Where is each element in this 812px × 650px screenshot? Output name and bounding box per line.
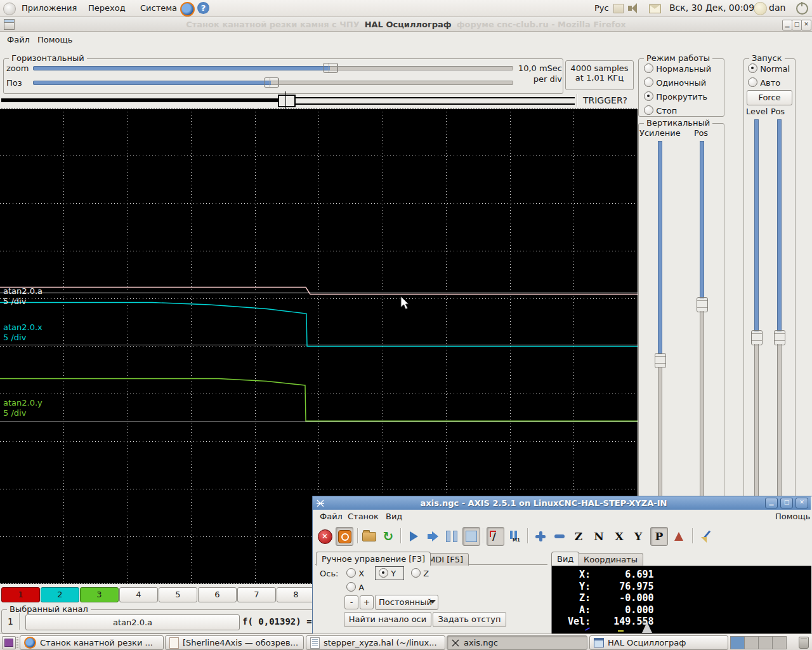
taskbar-item-editor[interactable]: stepper_xyza.hal (~/linux... <box>306 635 445 650</box>
trigger-level-track[interactable] <box>754 119 759 331</box>
view-perspective-button[interactable]: P <box>650 527 668 546</box>
skip-lines-button[interactable]: / <box>487 527 504 546</box>
menu-places[interactable]: Переход <box>84 3 129 14</box>
channel-5-button[interactable]: 5 <box>159 587 197 602</box>
trigger-pos-track[interactable] <box>777 119 782 331</box>
halscope-menu-file[interactable]: Файл <box>3 34 34 46</box>
reload-button[interactable]: ↻ <box>380 527 396 545</box>
rotate-view-button[interactable] <box>671 527 687 545</box>
run-mode-stop[interactable]: Стоп <box>644 105 677 116</box>
home-axis-button[interactable]: Найти начало оси <box>344 612 431 627</box>
menu-applications[interactable]: Приложения <box>18 3 81 14</box>
run-button[interactable] <box>405 527 422 545</box>
gain-slider-track-lower[interactable] <box>658 367 662 497</box>
preview-3d-panel[interactable]: X: 6.691 Y: 76.975 Z: -0.000 A: 0.000 Ve… <box>551 566 811 635</box>
pause-button[interactable] <box>443 527 460 545</box>
axis-radio-a[interactable]: A <box>346 582 364 592</box>
trigger-position-bar[interactable] <box>0 94 638 107</box>
trigger-level-track-lower[interactable] <box>754 344 759 497</box>
axis-menu-help[interactable]: Помощь <box>771 510 812 522</box>
user-name[interactable]: dan <box>769 3 785 13</box>
user-avatar[interactable] <box>754 2 767 15</box>
channel-6-button[interactable]: 6 <box>198 587 237 602</box>
zoom-slider-track[interactable] <box>330 66 513 70</box>
taskbar-item-halscope[interactable]: HAL Осциллограф <box>589 635 728 650</box>
zoom-out-button[interactable] <box>551 527 568 545</box>
axis-radio-y[interactable]: Y <box>379 568 396 578</box>
pos-slider-track-filled[interactable] <box>33 81 272 85</box>
gain-slider-track[interactable] <box>658 141 662 354</box>
taskbar-item-axis[interactable]: axis.ngc <box>447 635 587 650</box>
channel-7-button[interactable]: 7 <box>237 587 276 602</box>
force-trigger-button[interactable]: Force <box>747 90 792 105</box>
vpos-slider-handle[interactable] <box>697 297 708 312</box>
halscope-titlebar[interactable]: Станок канатной резки камня с ЧПУ HAL Ос… <box>0 17 812 32</box>
halscope-menu-help[interactable]: Помощь <box>33 34 77 46</box>
jog-plus-button[interactable]: + <box>360 595 374 609</box>
trigger-marker[interactable] <box>278 95 296 107</box>
axis-menu-machine[interactable]: Станок <box>343 510 383 522</box>
axis-titlebar[interactable]: axis.ngc - AXIS 2.5.1 on LinuxCNC-HAL-ST… <box>313 496 811 510</box>
trigger-auto[interactable]: Авто <box>748 77 780 88</box>
estop-button[interactable]: ✕ <box>317 527 333 545</box>
channel-2-button[interactable]: 2 <box>41 587 79 602</box>
axis-minimize-button[interactable]: ▁ <box>765 498 778 508</box>
view-z-button[interactable]: Z <box>570 527 587 545</box>
selected-channel-name-button[interactable]: atan2.0.a <box>25 614 240 630</box>
help-launcher-icon[interactable]: ? <box>197 2 209 14</box>
run-mode-normal[interactable]: Нормальный <box>644 63 711 74</box>
trash-icon[interactable] <box>799 637 809 649</box>
axis-close-button[interactable]: ✕ <box>796 498 808 508</box>
workspace-4[interactable] <box>773 637 786 649</box>
jog-mode-combobox[interactable]: Постоянный <box>375 595 438 610</box>
jog-minus-button[interactable]: - <box>344 595 358 609</box>
distributor-logo-icon[interactable] <box>3 3 16 15</box>
machine-on-button[interactable] <box>336 527 353 546</box>
halscope-maximize-button[interactable]: □ <box>792 20 802 30</box>
touch-off-button[interactable]: Задать отступ <box>433 612 506 627</box>
trigger-pos-handle[interactable] <box>774 330 785 345</box>
channel-1-button[interactable]: 1 <box>1 587 40 602</box>
view-z2-button[interactable]: N <box>591 527 607 545</box>
gain-slider-handle[interactable] <box>655 353 666 368</box>
run-mode-single[interactable]: Одиночный <box>644 77 706 88</box>
layout-switch-icon[interactable] <box>613 4 624 13</box>
halscope-minimize-button[interactable]: ▁ <box>782 20 792 30</box>
open-file-button[interactable] <box>361 527 377 545</box>
tab-preview[interactable]: Вид <box>551 552 579 566</box>
stop-button[interactable] <box>462 527 480 546</box>
vpos-slider-track[interactable] <box>700 141 704 298</box>
view-y-button[interactable]: Y <box>630 527 646 545</box>
clear-plot-button[interactable] <box>698 527 715 545</box>
taskbar-item-firefox[interactable]: Станок канатной резки ... <box>20 635 164 650</box>
trigger-status-label[interactable]: TRIGGER? <box>579 95 631 105</box>
trigger-normal[interactable]: Normal <box>748 63 790 74</box>
zoom-in-button[interactable] <box>532 527 549 545</box>
channel-3-button[interactable]: 3 <box>80 587 119 602</box>
tab-manual-control[interactable]: Ручное управление [F3] <box>316 552 431 566</box>
firefox-launcher-icon[interactable] <box>180 2 195 17</box>
trigger-pos-track-lower[interactable] <box>777 344 782 497</box>
power-icon[interactable] <box>796 3 808 15</box>
axis-radio-z[interactable]: Z <box>411 568 429 578</box>
workspace-2[interactable] <box>745 637 759 649</box>
optional-pause-button[interactable]: M1 <box>507 527 523 545</box>
axis-maximize-button[interactable]: □ <box>780 498 793 508</box>
keyboard-layout-indicator[interactable]: Рус <box>594 3 609 13</box>
zoom-slider-track-filled[interactable] <box>33 66 331 70</box>
view-x-button[interactable]: X <box>611 527 627 545</box>
taskbar-item-document[interactable]: [Sherline4Axis — обозрев... <box>165 635 304 650</box>
menu-system[interactable]: Система <box>136 3 181 14</box>
pos-slider-handle[interactable] <box>264 77 279 88</box>
pos-slider-track[interactable] <box>271 81 513 85</box>
step-button[interactable] <box>424 527 441 545</box>
channel-8-button[interactable]: 8 <box>277 587 315 602</box>
vpos-slider-track-lower[interactable] <box>700 311 704 497</box>
tab-dro[interactable]: Координаты <box>578 553 643 566</box>
applet-drag-handle[interactable] <box>16 637 18 648</box>
mail-icon[interactable] <box>649 4 661 13</box>
workspace-3[interactable] <box>759 637 773 649</box>
run-mode-roll[interactable]: Прокрутить <box>644 91 707 102</box>
zoom-slider-handle[interactable] <box>323 63 338 73</box>
halscope-close-button[interactable]: ✕ <box>801 20 811 30</box>
